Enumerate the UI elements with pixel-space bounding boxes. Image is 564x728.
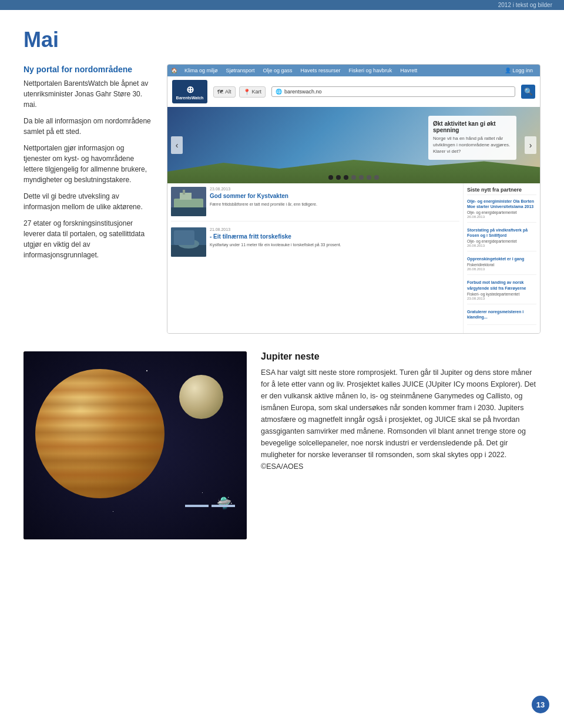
svg-rect-2 — [180, 193, 192, 200]
nav-tab-sjo[interactable]: Sjøtransport — [223, 66, 258, 75]
paragraph-3: Nettportalen gjør informasjon og tjenest… — [24, 143, 153, 185]
browser-mock: 🏠 Klima og miljø Sjøtransport Olje og ga… — [167, 64, 540, 334]
partner-item-3: Opprenskingetoktet er i gang Fiskeridire… — [467, 256, 536, 275]
news-excerpt-2: Kystfartøy under 11 meter får ein kvotea… — [210, 242, 341, 248]
svg-rect-4 — [171, 207, 206, 216]
hero-info-title: Økt aktivitet kan gi økt spenning — [433, 120, 512, 133]
partner-item-1: Olje- og energiminister Ola Borten Moe s… — [467, 199, 536, 223]
hero-prev-button[interactable]: ‹ — [171, 136, 183, 154]
kart-label: Kart — [252, 89, 262, 95]
hero-info-box: Økt aktivitet kan gi økt spenning Norge … — [428, 116, 516, 160]
hero-dot-6[interactable] — [367, 175, 371, 180]
partner-title-5[interactable]: Gratulerer noregsmeisteren i klanding... — [467, 309, 536, 320]
nav-tab-login[interactable]: 👤 Logg inn — [501, 66, 536, 75]
nav-tab-havet[interactable]: Havets ressurser — [297, 66, 344, 75]
left-column: Ny portal for nordområdene Nettportalen … — [24, 64, 153, 334]
partner-title-3[interactable]: Opprenskingetoktet er i gang — [467, 256, 536, 261]
partner-date-1: 26.08.2013 — [467, 215, 536, 219]
nav-tab-havrett[interactable]: Havrett — [397, 66, 421, 75]
news-section: 23.08.2013 God sommer for Kystvakten Fær… — [167, 183, 540, 333]
kart-icon: 📍 — [243, 89, 250, 95]
paragraph-5: 27 etater og forskningsinstitusjoner lev… — [24, 218, 153, 260]
logo-text: BarentsWatch — [176, 96, 204, 100]
nav-tab-klima[interactable]: Klima og miljø — [181, 66, 221, 75]
top-bar: 2012 i tekst og bilder — [0, 0, 564, 10]
partner-item-4: Forbud mot landing av norsk vårgytende s… — [467, 280, 536, 304]
browser-screenshot: 🏠 Klima og miljø Sjøtransport Olje og ga… — [167, 64, 540, 334]
partner-date-2: 26.08.2013 — [467, 244, 536, 247]
svg-rect-9 — [174, 230, 194, 245]
hero-dot-1[interactable] — [328, 175, 333, 180]
jupiter-moon — [179, 375, 223, 419]
partner-date-4: 23.08.2013 — [467, 297, 536, 300]
partner-org-1: Olje- og energidepartementet — [467, 210, 536, 214]
barentswatch-logo: ⊕ BarentsWatch — [172, 80, 207, 103]
hero-dot-3[interactable] — [344, 175, 348, 180]
partner-title-4[interactable]: Forbud mot landing av norsk vårgytende s… — [467, 280, 536, 290]
partner-org-2: Olje- og energidepartementet — [467, 239, 536, 243]
hero-next-button[interactable]: › — [525, 136, 536, 154]
hero-dot-7[interactable] — [374, 175, 379, 180]
hero-dot-4[interactable] — [351, 175, 356, 180]
alt-label: Alt — [225, 89, 231, 95]
hero-dot-2[interactable] — [336, 175, 341, 180]
nav-tab-olje[interactable]: Olje og gass — [260, 66, 296, 75]
jupiter-planet — [35, 369, 164, 498]
search-icon: 🔍 — [524, 88, 533, 96]
hero-info-text: Norge vil ha en hånd på rattet når utvik… — [433, 135, 512, 155]
home-icon: 🏠 — [171, 68, 177, 73]
view-tabs: 🗺 Alt 📍 Kart — [213, 86, 266, 98]
search-button[interactable]: 🔍 — [521, 85, 535, 99]
main-layout: Ny portal for nordområdene Nettportalen … — [24, 64, 540, 334]
nav-tab-fiskeri[interactable]: Fiskeri og havbruk — [345, 66, 396, 75]
news-left: 23.08.2013 God sommer for Kystvakten Fær… — [167, 183, 464, 333]
hero-dots — [328, 175, 379, 180]
url-text: barentswach.no — [284, 89, 322, 95]
page-title: Mai — [24, 28, 540, 52]
view-tab-kart[interactable]: 📍 Kart — [239, 86, 266, 98]
jupiter-body: ESA har valgt sitt neste store romprosje… — [261, 367, 540, 472]
news-content-1: 23.08.2013 God sommer for Kystvakten Fær… — [210, 187, 317, 216]
news-date-1: 23.08.2013 — [210, 187, 317, 191]
svg-rect-3 — [183, 190, 185, 194]
page-content: Mai Ny portal for nordområdene Nettporta… — [0, 10, 564, 563]
nav-tabs-bar: 🏠 Klima og miljø Sjøtransport Olje og ga… — [167, 65, 540, 76]
partner-org-4: Fiskeri- og kystedepartementet — [467, 292, 536, 296]
news-excerpt-1: Færre fritidsbåtforere er tatt med promi… — [210, 202, 317, 207]
partner-org-3: Fiskeridirektorat — [467, 263, 536, 267]
news-title-2[interactable]: - Eit tilnærma fritt torskefiske — [210, 233, 341, 240]
paragraph-1: Nettportalen BarentsWatch ble åpnet av u… — [24, 78, 153, 110]
bottom-section: 🛸 Jupiter neste ESA har valgt sitt neste… — [24, 351, 540, 539]
solar-panel-left — [212, 505, 235, 507]
news-right: Siste nytt fra partnere Olje- og energim… — [464, 183, 540, 333]
logo-compass-icon: ⊕ — [186, 84, 194, 95]
jupiter-text: Jupiter neste ESA har valgt sitt neste s… — [261, 351, 540, 539]
url-bar[interactable]: 🌐 barentswach.no — [271, 86, 515, 97]
page-number: 13 — [532, 696, 549, 713]
news-thumb-1 — [171, 187, 206, 216]
partner-title-1[interactable]: Olje- og energiminister Ola Borten Moe s… — [467, 199, 536, 209]
news-content-2: 21.08.2013 - Eit tilnærma fritt torskefi… — [210, 227, 341, 257]
news-thumb-2 — [171, 227, 206, 257]
news-item-1: 23.08.2013 God sommer for Kystvakten Fær… — [171, 187, 459, 222]
partner-heading: Siste nytt fra partnere — [467, 187, 536, 195]
news-date-2: 21.08.2013 — [210, 227, 341, 232]
logo-bar: ⊕ BarentsWatch 🗺 Alt 📍 Kart — [167, 76, 540, 107]
hero-dot-5[interactable] — [359, 175, 364, 180]
jupiter-image: 🛸 — [24, 351, 247, 539]
hero-section: ‹ › Økt aktivitet kan gi økt spenning No… — [167, 107, 540, 183]
news-title-1[interactable]: God sommer for Kystvakten — [210, 192, 317, 200]
url-favicon: 🌐 — [276, 89, 282, 95]
partner-item-5: Gratulerer noregsmeisteren i klanding... — [467, 309, 536, 325]
paragraph-2: Da ble all informasjon om nordområdene s… — [24, 116, 153, 137]
partner-item-2: Storstating på vindkraftverk på Fosen og… — [467, 227, 536, 251]
partner-date-3: 26.08.2013 — [467, 267, 536, 271]
news-item-2: 21.08.2013 - Eit tilnærma fritt torskefi… — [171, 227, 459, 261]
partner-title-2[interactable]: Storstating på vindkraftverk på Fosen og… — [467, 227, 536, 238]
solar-panel-right — [185, 505, 209, 507]
alt-icon: 🗺 — [217, 89, 223, 95]
top-bar-text: 2012 i tekst og bilder — [498, 2, 552, 8]
jupiter-heading: Jupiter neste — [261, 351, 540, 362]
view-tab-alt[interactable]: 🗺 Alt — [213, 86, 236, 98]
paragraph-4: Dette vil gi bedre utveksling av informa… — [24, 191, 153, 212]
